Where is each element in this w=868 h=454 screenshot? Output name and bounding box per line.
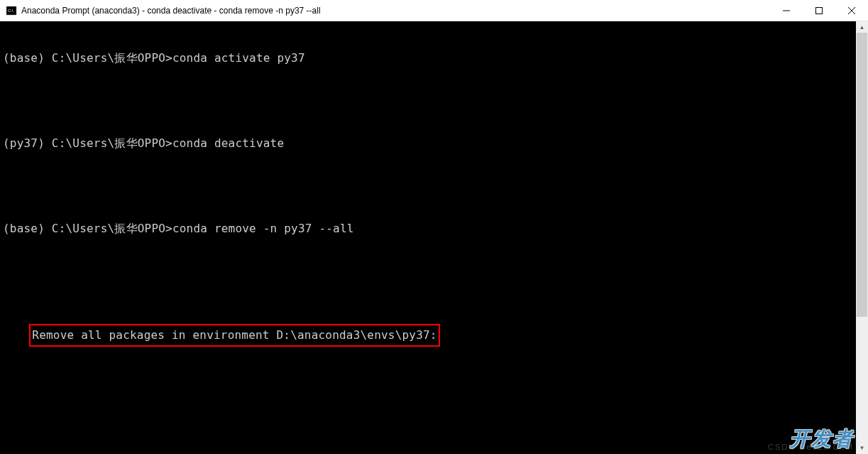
watermark-logo: 开发者 [790, 426, 854, 453]
vertical-scrollbar[interactable]: ▲ ▼ [856, 21, 868, 454]
command-line: (py37) C:\Users\振华OPPO>conda deactivate [0, 136, 868, 151]
titlebar: C:\ Anaconda Prompt (anaconda3) - conda … [0, 0, 868, 21]
scroll-down-arrow[interactable]: ▼ [856, 442, 868, 454]
blank-line [0, 435, 868, 449]
blank-line [0, 264, 868, 279]
minimize-button[interactable] [770, 0, 803, 21]
terminal-output[interactable]: (base) C:\Users\振华OPPO>conda activate py… [0, 21, 868, 454]
blank-line [0, 179, 868, 193]
app-icon: C:\ [6, 5, 17, 16]
blank-line [0, 392, 868, 406]
command-line: (base) C:\Users\振华OPPO>conda activate py… [0, 51, 868, 65]
remove-env-message: Remove all packages in environment D:\an… [29, 324, 439, 347]
window-controls [770, 0, 868, 21]
maximize-button[interactable] [803, 0, 835, 21]
scrollbar-thumb[interactable] [857, 33, 867, 317]
svg-text:C:\: C:\ [8, 9, 13, 13]
window-title: Anaconda Prompt (anaconda3) - conda deac… [21, 6, 770, 16]
svg-rect-4 [816, 7, 823, 13]
scroll-up-arrow[interactable]: ▲ [856, 21, 868, 33]
highlighted-section: Remove all packages in environment D:\an… [0, 307, 868, 364]
blank-line [0, 94, 868, 108]
close-button[interactable] [835, 0, 868, 21]
command-line: (base) C:\Users\振华OPPO>conda remove -n p… [0, 222, 868, 236]
